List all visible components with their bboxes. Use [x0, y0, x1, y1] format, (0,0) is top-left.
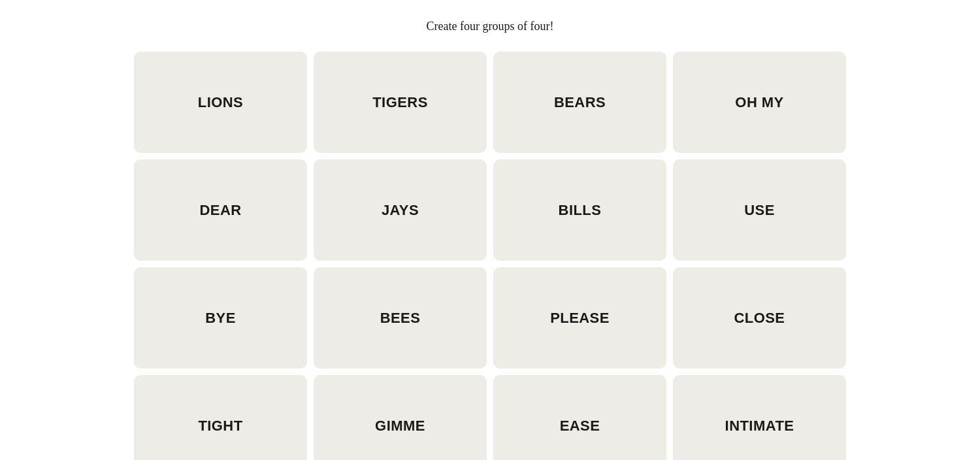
- tile-gimme[interactable]: GIMME: [314, 375, 487, 460]
- tile-label-gimme: GIMME: [375, 418, 425, 435]
- tile-bye[interactable]: BYE: [134, 267, 307, 369]
- tile-label-oh-my: OH MY: [735, 94, 783, 111]
- tile-dear[interactable]: DEAR: [134, 159, 307, 261]
- tile-oh-my[interactable]: OH MY: [673, 52, 846, 153]
- tile-label-tigers: TIGERS: [372, 94, 428, 111]
- tile-intimate[interactable]: INTIMATE: [673, 375, 846, 460]
- tile-bills[interactable]: BILLS: [493, 159, 666, 261]
- tile-label-bees: BEES: [380, 310, 421, 327]
- tile-label-bills: BILLS: [559, 202, 602, 219]
- tile-label-please: PLEASE: [550, 310, 610, 327]
- tile-label-lions: LIONS: [198, 94, 243, 111]
- tile-label-use: USE: [744, 202, 775, 219]
- tile-bears[interactable]: BEARS: [493, 52, 666, 153]
- word-grid: LIONSTIGERSBEARSOH MYDEARJAYSBILLSUSEBYE…: [134, 52, 846, 460]
- tile-tight[interactable]: TIGHT: [134, 375, 307, 460]
- tile-label-ease: EASE: [560, 418, 600, 435]
- tile-label-dear: DEAR: [199, 202, 241, 219]
- tile-label-bye: BYE: [205, 310, 236, 327]
- tile-label-bears: BEARS: [554, 94, 606, 111]
- tile-use[interactable]: USE: [673, 159, 846, 261]
- tile-close[interactable]: CLOSE: [673, 267, 846, 369]
- tile-label-intimate: INTIMATE: [725, 418, 794, 435]
- game-subtitle: Create four groups of four!: [427, 20, 554, 33]
- tile-please[interactable]: PLEASE: [493, 267, 666, 369]
- tile-ease[interactable]: EASE: [493, 375, 666, 460]
- tile-label-jays: JAYS: [382, 202, 419, 219]
- tile-bees[interactable]: BEES: [314, 267, 487, 369]
- tile-label-close: CLOSE: [734, 310, 785, 327]
- tile-tigers[interactable]: TIGERS: [314, 52, 487, 153]
- tile-label-tight: TIGHT: [198, 418, 242, 435]
- tile-jays[interactable]: JAYS: [314, 159, 487, 261]
- tile-lions[interactable]: LIONS: [134, 52, 307, 153]
